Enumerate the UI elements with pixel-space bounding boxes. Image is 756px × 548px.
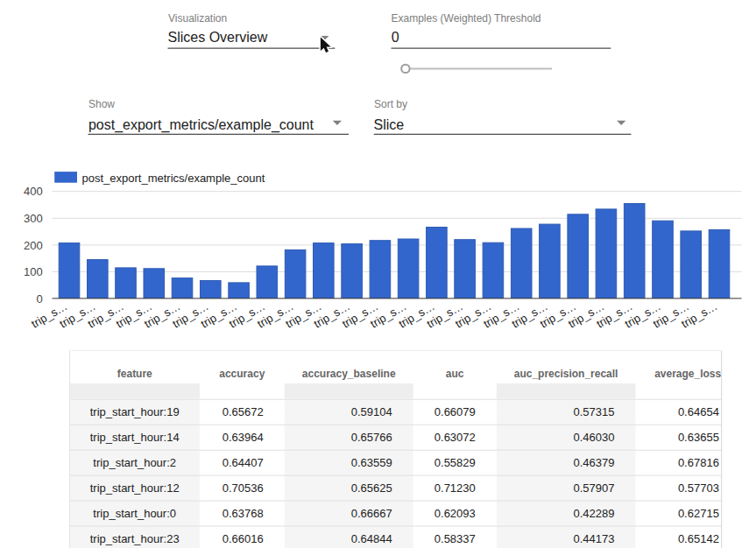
- svg-text:0.58337: 0.58337: [435, 532, 476, 545]
- svg-text:0.57315: 0.57315: [574, 405, 615, 418]
- svg-text:Slices Overview: Slices Overview: [168, 30, 268, 45]
- svg-text:Show: Show: [88, 98, 115, 110]
- svg-text:0.65625: 0.65625: [351, 481, 392, 495]
- svg-text:trip_start_hour:0: trip_start_hour:0: [93, 507, 176, 520]
- svg-text:0.63559: 0.63559: [351, 456, 392, 469]
- svg-text:0.63072: 0.63072: [435, 431, 476, 444]
- svg-text:Examples (Weighted) Threshold: Examples (Weighted) Threshold: [392, 12, 541, 25]
- svg-text:Slice: Slice: [374, 117, 405, 132]
- svg-text:0.64407: 0.64407: [223, 456, 264, 469]
- svg-text:0.42289: 0.42289: [574, 507, 615, 520]
- svg-text:300: 300: [24, 212, 43, 225]
- svg-text:0.66667: 0.66667: [351, 507, 392, 520]
- svg-text:trip_start_hour:12: trip_start_hour:12: [90, 481, 180, 495]
- svg-text:0.65142: 0.65142: [678, 532, 719, 545]
- svg-text:0.63768: 0.63768: [223, 507, 264, 520]
- svg-text:0.55829: 0.55829: [435, 456, 476, 469]
- svg-text:accuracy: accuracy: [219, 368, 265, 380]
- svg-text:0.70536: 0.70536: [223, 481, 264, 495]
- svg-text:Visualization: Visualization: [168, 12, 227, 25]
- svg-text:post_export_metrics/example_co: post_export_metrics/example_count: [88, 117, 314, 133]
- svg-text:0: 0: [37, 292, 43, 306]
- svg-text:0.63964: 0.63964: [223, 431, 264, 444]
- svg-text:0.62093: 0.62093: [435, 507, 476, 520]
- svg-text:0.46379: 0.46379: [574, 456, 615, 469]
- svg-text:0.71230: 0.71230: [435, 481, 476, 495]
- svg-text:post_export_metrics/example_co: post_export_metrics/example_count: [82, 172, 265, 185]
- svg-text:0.44173: 0.44173: [574, 532, 615, 545]
- svg-text:auc: auc: [446, 368, 464, 380]
- svg-text:0.62715: 0.62715: [678, 507, 719, 520]
- svg-text:trip_start_hour:23: trip_start_hour:23: [90, 532, 180, 545]
- svg-text:0: 0: [392, 30, 399, 45]
- svg-text:0.66079: 0.66079: [435, 405, 476, 418]
- svg-text:0.67816: 0.67816: [678, 456, 719, 469]
- svg-text:0.65766: 0.65766: [351, 431, 392, 444]
- svg-text:feature: feature: [117, 368, 152, 380]
- svg-text:0.46030: 0.46030: [574, 431, 615, 444]
- svg-text:trip_start_hour:14: trip_start_hour:14: [90, 431, 180, 444]
- svg-text:average_loss: average_loss: [654, 368, 721, 380]
- svg-text:0.63655: 0.63655: [678, 431, 719, 444]
- svg-text:0.66016: 0.66016: [223, 532, 264, 545]
- svg-text:400: 400: [24, 185, 43, 198]
- svg-text:0.57907: 0.57907: [574, 481, 615, 495]
- svg-text:100: 100: [24, 265, 43, 278]
- svg-text:accuracy_baseline: accuracy_baseline: [302, 368, 396, 380]
- svg-text:0.64844: 0.64844: [351, 532, 392, 545]
- svg-text:200: 200: [24, 239, 43, 252]
- svg-text:0.64654: 0.64654: [678, 405, 719, 418]
- svg-text:trip_start_hour:2: trip_start_hour:2: [93, 456, 176, 469]
- svg-text:0.57703: 0.57703: [678, 481, 719, 495]
- svg-text:0.59104: 0.59104: [351, 405, 392, 418]
- svg-text:auc_precision_recall: auc_precision_recall: [514, 368, 618, 380]
- svg-text:Sort by: Sort by: [374, 98, 407, 110]
- svg-text:trip_start_hour:19: trip_start_hour:19: [90, 405, 180, 418]
- svg-text:0.65672: 0.65672: [223, 405, 264, 418]
